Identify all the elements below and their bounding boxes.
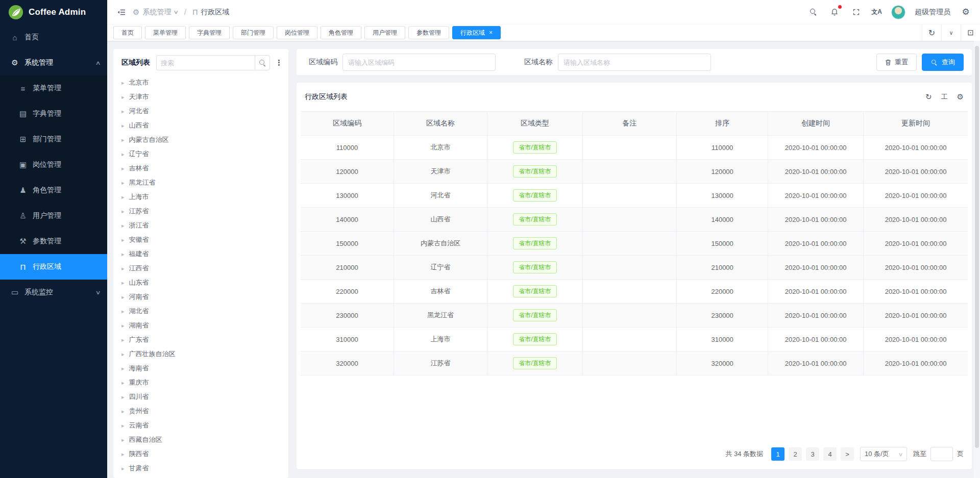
tab[interactable]: 用户管理 [364, 26, 405, 39]
caret-right-icon[interactable]: ▸ [121, 322, 125, 329]
tab[interactable]: 行政区域 × [452, 26, 501, 39]
sidebar-item[interactable]: Π 行政区域 [0, 254, 107, 280]
settings-gear-icon[interactable]: ⚙ [960, 6, 972, 18]
tree-item[interactable]: ▸ 海南省 [113, 361, 288, 375]
tree-item[interactable]: ▸ 江西省 [113, 261, 288, 275]
tree-search-button[interactable] [255, 55, 270, 70]
caret-right-icon[interactable]: ▸ [121, 294, 125, 300]
caret-right-icon[interactable]: ▸ [121, 151, 125, 158]
caret-right-icon[interactable]: ▸ [121, 265, 125, 272]
tree-item[interactable]: ▸ 广西壮族自治区 [113, 347, 288, 361]
tab[interactable]: 部门管理 [233, 26, 274, 39]
caret-right-icon[interactable]: ▸ [121, 465, 125, 472]
tree-item[interactable]: ▸ 河北省 [113, 104, 288, 118]
caret-right-icon[interactable]: ▸ [121, 394, 125, 400]
column-header[interactable]: 区域编码 [301, 112, 394, 135]
table-settings-icon[interactable]: ⚙ [957, 92, 964, 102]
tree-item[interactable]: ▸ 西藏自治区 [113, 433, 288, 447]
column-header[interactable]: 区域名称 [394, 112, 487, 135]
close-icon[interactable]: × [489, 30, 493, 36]
page-scrollbar-thumb[interactable] [975, 46, 979, 448]
tree-item[interactable]: ▸ 甘肃省 [113, 461, 288, 475]
caret-right-icon[interactable]: ▸ [121, 437, 125, 443]
search-icon[interactable] [807, 6, 819, 18]
sidebar-item[interactable]: ≡ 菜单管理 [0, 76, 107, 101]
table-row[interactable]: 140000 山西省 省市/直辖市 140000 2020-10-01 00:0… [301, 208, 968, 232]
dots-menu-icon[interactable]: ⋮ [274, 58, 284, 67]
caret-right-icon[interactable]: ▸ [121, 365, 125, 372]
tree-item[interactable]: ▸ 福建省 [113, 247, 288, 261]
table-row[interactable]: 120000 天津市 省市/直辖市 120000 2020-10-01 00:0… [301, 160, 968, 184]
sidebar-item[interactable]: ♟ 角色管理 [0, 178, 107, 203]
table-row[interactable]: 130000 河北省 省市/直辖市 130000 2020-10-01 00:0… [301, 184, 968, 208]
translate-icon[interactable]: 文A [871, 6, 882, 18]
username[interactable]: 超级管理员 [915, 8, 950, 17]
table-row[interactable]: 210000 辽宁省 省市/直辖市 210000 2020-10-01 00:0… [301, 256, 968, 280]
sidebar-item[interactable]: ⌂ 首页 [0, 24, 107, 50]
notifications-bell-icon[interactable] [828, 6, 841, 18]
region-code-input[interactable] [342, 54, 496, 71]
table-row[interactable]: 220000 吉林省 省市/直辖市 220000 2020-10-01 00:0… [301, 280, 968, 304]
table-refresh-icon[interactable]: ↻ [925, 92, 932, 102]
tab[interactable]: 角色管理 [321, 26, 361, 39]
column-header[interactable]: 更新时间 [864, 112, 968, 135]
sidebar-item[interactable]: ♙ 用户管理 [0, 203, 107, 229]
reset-button[interactable]: 重置 [876, 54, 917, 71]
tab[interactable]: 参数管理 [408, 26, 449, 39]
page-jump-input[interactable] [930, 447, 953, 461]
caret-right-icon[interactable]: ▸ [121, 108, 125, 115]
tree-item[interactable]: ▸ 辽宁省 [113, 147, 288, 161]
page-button[interactable]: 3 [806, 447, 819, 461]
caret-right-icon[interactable]: ▸ [121, 180, 125, 186]
column-header[interactable]: 创建时间 [768, 112, 864, 135]
table-row[interactable]: 320000 江苏省 省市/直辖市 320000 2020-10-01 00:0… [301, 351, 968, 375]
tree-item[interactable]: ▸ 重庆市 [113, 375, 288, 390]
tree-item[interactable]: ▸ 天津市 [113, 90, 288, 104]
fullscreen-icon[interactable] [850, 6, 862, 18]
page-button[interactable]: 1 [771, 447, 785, 461]
brand[interactable]: Coffee Admin [0, 0, 107, 24]
caret-right-icon[interactable]: ▸ [121, 122, 125, 129]
tree-item[interactable]: ▸ 安徽省 [113, 233, 288, 247]
sidebar-item[interactable]: ▭ 系统监控 [0, 280, 107, 305]
column-header[interactable]: 备注 [583, 112, 677, 135]
caret-right-icon[interactable]: ▸ [121, 222, 125, 229]
caret-right-icon[interactable]: ▸ [121, 451, 125, 458]
tree-item[interactable]: ▸ 广东省 [113, 333, 288, 347]
caret-right-icon[interactable]: ▸ [121, 280, 125, 286]
next-page-button[interactable]: > [841, 447, 854, 461]
tree-item[interactable]: ▸ 北京市 [113, 76, 288, 90]
sidebar-item[interactable]: ⚙ 系统管理 [0, 50, 107, 76]
tree-item[interactable]: ▸ 江苏省 [113, 204, 288, 218]
page-size-select[interactable]: 10 条/页 ∨ [860, 447, 907, 461]
caret-right-icon[interactable]: ▸ [121, 194, 125, 200]
tree-item[interactable]: ▸ 吉林省 [113, 161, 288, 175]
collapse-sidebar-icon[interactable] [115, 6, 128, 18]
tree-item[interactable]: ▸ 浙江省 [113, 218, 288, 233]
caret-right-icon[interactable]: ▸ [121, 251, 125, 258]
caret-right-icon[interactable]: ▸ [121, 165, 125, 172]
maximize-icon[interactable]: ⊡ [961, 24, 980, 41]
table-row[interactable]: 230000 黑龙江省 省市/直辖市 230000 2020-10-01 00:… [301, 304, 968, 328]
caret-right-icon[interactable]: ▸ [121, 380, 125, 386]
caret-right-icon[interactable]: ▸ [121, 80, 125, 86]
tree-item[interactable]: ▸ 四川省 [113, 390, 288, 404]
caret-right-icon[interactable]: ▸ [121, 422, 125, 429]
sidebar-item[interactable]: ⚒ 参数管理 [0, 229, 107, 254]
tree-item[interactable]: ▸ 黑龙江省 [113, 175, 288, 190]
tree-item[interactable]: ▸ 湖南省 [113, 318, 288, 333]
search-button[interactable]: 查询 [922, 54, 964, 71]
tree-item[interactable]: ▸ 内蒙古自治区 [113, 133, 288, 147]
tab[interactable]: 菜单管理 [145, 26, 186, 39]
table-row[interactable]: 110000 北京市 省市/直辖市 110000 2020-10-01 00:0… [301, 136, 968, 160]
column-header[interactable]: 排序 [677, 112, 768, 135]
refresh-icon[interactable]: ↻ [922, 24, 941, 41]
caret-right-icon[interactable]: ▸ [121, 237, 125, 243]
tree-search-input[interactable] [156, 55, 255, 70]
page-button[interactable]: 2 [789, 447, 802, 461]
caret-right-icon[interactable]: ▸ [121, 137, 125, 143]
avatar[interactable] [891, 5, 905, 19]
caret-right-icon[interactable]: ▸ [121, 208, 125, 215]
chevron-down-icon[interactable]: ∨ [941, 24, 961, 41]
caret-right-icon[interactable]: ▸ [121, 337, 125, 343]
